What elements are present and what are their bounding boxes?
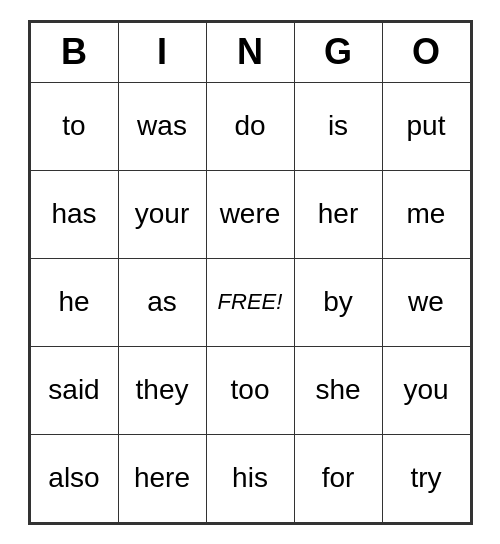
cell-2-0: he <box>30 258 118 346</box>
header-g: G <box>294 22 382 82</box>
cell-0-0: to <box>30 82 118 170</box>
table-row: heasFREE!bywe <box>30 258 470 346</box>
table-row: saidtheytoosheyou <box>30 346 470 434</box>
cell-3-0: said <box>30 346 118 434</box>
cell-0-2: do <box>206 82 294 170</box>
header-b: B <box>30 22 118 82</box>
cell-3-1: they <box>118 346 206 434</box>
header-n: N <box>206 22 294 82</box>
cell-3-3: she <box>294 346 382 434</box>
cell-3-2: too <box>206 346 294 434</box>
table-row: alsoherehisfortry <box>30 434 470 522</box>
cell-4-0: also <box>30 434 118 522</box>
cell-1-2: were <box>206 170 294 258</box>
header-i: I <box>118 22 206 82</box>
cell-1-1: your <box>118 170 206 258</box>
cell-3-4: you <box>382 346 470 434</box>
cell-0-4: put <box>382 82 470 170</box>
cell-4-3: for <box>294 434 382 522</box>
cell-1-3: her <box>294 170 382 258</box>
cell-0-1: was <box>118 82 206 170</box>
cell-2-1: as <box>118 258 206 346</box>
bingo-table: B I N G O towasdoisputhasyourwerehermehe… <box>30 22 471 523</box>
cell-2-2: FREE! <box>206 258 294 346</box>
cell-1-0: has <box>30 170 118 258</box>
header-o: O <box>382 22 470 82</box>
cell-2-4: we <box>382 258 470 346</box>
cell-4-4: try <box>382 434 470 522</box>
table-row: towasdoisput <box>30 82 470 170</box>
cell-4-1: here <box>118 434 206 522</box>
table-row: hasyourwereherme <box>30 170 470 258</box>
cell-2-3: by <box>294 258 382 346</box>
cell-4-2: his <box>206 434 294 522</box>
header-row: B I N G O <box>30 22 470 82</box>
cell-0-3: is <box>294 82 382 170</box>
cell-1-4: me <box>382 170 470 258</box>
bingo-body: towasdoisputhasyourwerehermeheasFREE!byw… <box>30 82 470 522</box>
bingo-card: B I N G O towasdoisputhasyourwerehermehe… <box>28 20 473 525</box>
